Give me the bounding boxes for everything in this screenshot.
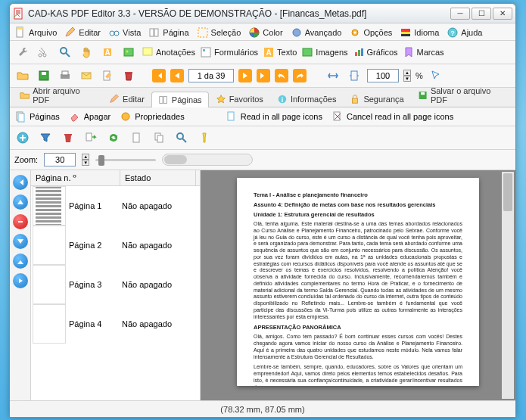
tab-informacoes[interactable]: iInformações [270,91,344,107]
tab-favoritos[interactable]: Favoritos [209,91,270,107]
highlight-btn[interactable] [196,129,213,146]
zoom-page-btn[interactable] [173,129,190,146]
add-page-btn[interactable] [14,129,31,146]
maximize-button[interactable]: ☐ [472,8,491,20]
trash-btn[interactable] [120,67,137,84]
fit-width-icon [327,70,339,82]
delete-page-btn[interactable] [60,129,76,146]
tab-salvar[interactable]: Salvar o arquivo PDF [411,83,512,107]
document-pane[interactable]: Tema I - Análise e planejamento financei… [201,170,515,400]
menu-editar[interactable]: Editar [64,26,101,39]
thumb-zoom-up[interactable]: ▲ [82,154,89,160]
tab-abrir[interactable]: Abrir arquivo PDF [13,83,102,107]
last-page-btn[interactable] [257,69,270,82]
open-file-btn[interactable] [14,67,31,84]
filter-btn[interactable] [37,129,54,146]
zoom-tool[interactable] [57,44,73,61]
tab-editar[interactable]: Editar [102,91,151,107]
tab-seguranca[interactable]: Segurança [343,91,410,107]
col-state[interactable]: Estado [120,170,196,185]
minimize-button[interactable]: ─ [450,8,470,20]
page-number-input[interactable] [188,69,234,82]
window-title: CAD-KAS PDF Editor 3.3 - VERSÃO DE DEMON… [28,8,450,19]
mail-btn[interactable] [78,67,95,84]
menu-arquivo[interactable]: Arquivo [14,26,57,39]
page-row[interactable]: Página 3Não apagado [31,265,200,304]
menu-ajuda[interactable]: ?Ajuda [447,26,482,39]
fit-page-btn[interactable] [346,67,363,84]
svg-rect-25 [201,48,210,57]
toolbar-tools: A Anotações Formulários ATexto Imagens G… [10,41,515,64]
image-tool[interactable] [120,44,137,61]
col-page-number[interactable]: Página n. º [31,170,120,185]
side-next[interactable] [13,234,28,249]
propriedades-btn[interactable]: Propriedades [120,110,184,123]
cut-tool[interactable] [36,44,52,61]
first-icon [17,179,24,186]
properties-icon [120,110,132,123]
imagens-btn[interactable]: Imagens [301,46,347,58]
file-pencil-icon [101,70,114,82]
tab-paginas[interactable]: Páginas [151,92,209,107]
hand-tool[interactable] [78,44,95,61]
trash-icon [123,70,135,82]
paginas-sub-btn[interactable]: Páginas [14,110,60,123]
tab-abrir-label: Abrir arquivo PDF [33,86,95,104]
menu-selecao[interactable]: Seleção [197,26,241,39]
edit-doc-btn[interactable] [99,67,116,84]
refresh-btn[interactable] [105,129,122,146]
thumb-hscroll[interactable] [162,154,253,166]
page-row[interactable]: Página 1Não apagado [31,186,200,226]
trash-icon [62,132,74,144]
thumb-zoom-down[interactable]: ▼ [82,160,89,166]
page-row[interactable]: Página 2Não apagado [31,226,200,265]
next-page-btn[interactable] [238,69,252,82]
marcas-btn[interactable]: Marcas [403,46,444,58]
close-button[interactable]: ✕ [493,8,512,20]
page-row[interactable]: Página 4Não apagado [31,304,200,344]
apagar-btn[interactable]: Apagar [69,110,110,123]
side-first[interactable] [13,175,28,190]
menu-avancado[interactable]: Avançado [291,26,342,39]
side-prev[interactable] [13,194,28,210]
formularios-btn[interactable]: Formulários [200,46,258,58]
zoom-down[interactable]: ▼ [403,76,411,82]
note-icon [142,46,154,58]
wrench-tool[interactable] [14,44,31,61]
duplicate-btn[interactable] [151,129,167,146]
print-btn[interactable] [57,67,73,84]
menu-vista-label: Vista [123,28,141,37]
thumb-zoom-input[interactable] [44,153,76,166]
menu-pagina[interactable]: Página [148,26,188,39]
cancelread-btn[interactable]: Cancel read in all page icons [331,110,453,123]
insert-after-btn[interactable] [82,129,99,146]
zoom-input[interactable] [367,69,399,82]
thumb-zoom-slider[interactable] [95,154,156,166]
menu-vista[interactable]: Vista [108,26,141,39]
texto-btn[interactable]: ATexto [263,46,297,58]
prev-page-btn[interactable] [170,69,184,82]
single-page-btn[interactable] [128,129,145,146]
gear-icon [349,26,361,39]
redo-btn[interactable] [293,69,307,82]
readall-btn[interactable]: Read in all page icons [226,110,322,123]
side-play[interactable] [13,273,28,288]
side-last[interactable] [13,254,28,269]
save-btn[interactable] [36,67,52,84]
menu-color[interactable]: Color [248,26,282,39]
first-page-btn[interactable] [152,69,166,82]
side-stop[interactable] [13,214,28,229]
graficos-btn[interactable]: Gráficos [353,46,398,58]
svg-point-59 [177,133,183,139]
tab-paginas-label: Páginas [172,95,202,104]
zoom-up[interactable]: ▲ [403,70,411,76]
fit-width-btn[interactable] [325,67,341,84]
menu-idioma[interactable]: Idioma [400,26,439,39]
undo-btn[interactable] [275,69,288,82]
anotacoes-btn[interactable]: Anotações [142,46,195,58]
doc-vscroll[interactable] [502,172,514,399]
text-select-tool[interactable]: A [99,44,116,61]
menu-opcoes[interactable]: Opções [349,26,392,39]
svg-rect-24 [143,48,152,55]
pointer-btn[interactable] [428,67,444,84]
